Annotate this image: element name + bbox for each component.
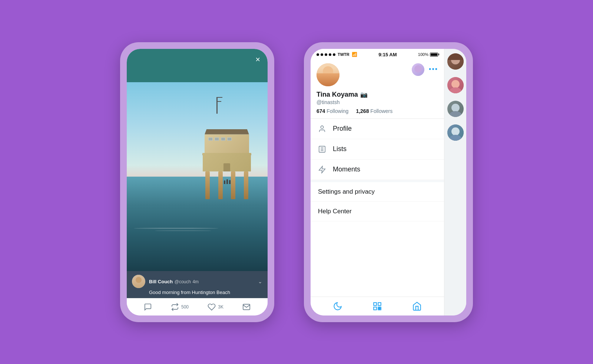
signal-dot-2 bbox=[321, 53, 323, 56]
like-button[interactable]: 3K bbox=[208, 303, 223, 311]
heart-icon bbox=[208, 303, 216, 311]
followers-stat[interactable]: 1,268 Followers bbox=[356, 108, 392, 114]
svg-rect-12 bbox=[380, 308, 381, 310]
svg-marker-5 bbox=[319, 166, 325, 173]
more-options-button[interactable]: ••• bbox=[429, 66, 438, 73]
sidebar-avatar-2[interactable] bbox=[447, 77, 464, 93]
signal-dot-1 bbox=[317, 53, 319, 56]
profile-icon bbox=[318, 125, 326, 133]
status-time: 9:15 AM bbox=[378, 52, 397, 57]
tweet-tab-bar: 500 3K bbox=[127, 298, 268, 315]
sidebar-avatar-3[interactable] bbox=[447, 101, 464, 117]
tweet-author-info: Bill Couch @couch 4m bbox=[149, 278, 199, 285]
svg-rect-8 bbox=[374, 307, 377, 310]
profile-top-row: ••• bbox=[317, 63, 438, 86]
camera-icon: 📷 bbox=[360, 91, 368, 98]
following-label: Following bbox=[327, 108, 348, 114]
right-main-panel: TWTR 📶 9:15 AM 100% bbox=[311, 49, 444, 315]
sidebar-avatar-4[interactable] bbox=[447, 124, 464, 141]
pier-leg bbox=[244, 171, 248, 199]
close-button[interactable]: × bbox=[255, 56, 260, 64]
menu-item-moments[interactable]: Moments bbox=[311, 160, 444, 180]
moments-icon bbox=[318, 166, 326, 174]
windows-row bbox=[205, 134, 249, 144]
building-upper bbox=[205, 134, 249, 153]
tweet-author-left: Bill Couch @couch 4m bbox=[132, 275, 199, 288]
menu-item-help[interactable]: Help Center bbox=[311, 202, 444, 221]
followers-label: Followers bbox=[370, 108, 392, 114]
person bbox=[226, 179, 228, 184]
tweet-author-row: Bill Couch @couch 4m ⌄ bbox=[132, 275, 262, 288]
share-button[interactable] bbox=[242, 303, 251, 311]
carrier-label: TWTR bbox=[338, 52, 349, 57]
left-phone-screen: × bbox=[127, 49, 268, 315]
avatar-face-1 bbox=[447, 53, 464, 70]
building-door bbox=[223, 163, 230, 171]
people-silhouette bbox=[224, 179, 231, 184]
antenna-crossbar2 bbox=[217, 101, 221, 102]
left-phone-frame: × bbox=[120, 42, 274, 322]
svg-rect-10 bbox=[380, 307, 381, 308]
following-count: 674 bbox=[317, 108, 325, 114]
tweet-author-name: Bill Couch bbox=[149, 279, 173, 284]
wave bbox=[134, 228, 218, 229]
profile-avatar-face bbox=[317, 63, 339, 86]
right-phone-frame: TWTR 📶 9:15 AM 100% bbox=[304, 42, 473, 322]
profile-name-row: Tina Koyama 📷 bbox=[317, 91, 438, 98]
svg-rect-6 bbox=[374, 303, 377, 305]
pier-leg bbox=[205, 171, 210, 199]
battery-percent: 100% bbox=[418, 52, 428, 57]
right-phone-screen: TWTR 📶 9:15 AM 100% bbox=[311, 49, 466, 315]
tweet-time: 4m bbox=[192, 279, 199, 284]
window bbox=[208, 137, 213, 141]
signal-dot-4 bbox=[329, 53, 331, 56]
profile-handle: @tinastsh bbox=[317, 99, 438, 105]
person-icon-svg bbox=[318, 125, 326, 133]
svg-rect-11 bbox=[378, 308, 379, 310]
battery-icon bbox=[430, 53, 438, 57]
tweet-chevron-icon[interactable]: ⌄ bbox=[258, 278, 262, 284]
qr-code-button[interactable] bbox=[372, 301, 382, 311]
sidebar-avatar-1[interactable] bbox=[447, 53, 464, 70]
signal-dot-3 bbox=[325, 53, 327, 56]
signal-dot-5 bbox=[333, 53, 335, 56]
profile-avatar-large[interactable] bbox=[317, 63, 339, 86]
window bbox=[221, 137, 225, 141]
pier-scene bbox=[127, 82, 268, 271]
menu-item-lists[interactable]: Lists bbox=[311, 139, 444, 160]
retweet-count: 500 bbox=[181, 304, 189, 310]
lists-icon bbox=[318, 145, 326, 153]
following-stat[interactable]: 674 Following bbox=[317, 108, 348, 114]
comment-icon bbox=[144, 303, 152, 311]
profile-header: ••• Tina Koyama 📷 @tinastsh 674 Followin… bbox=[311, 59, 444, 118]
retweet-button[interactable]: 500 bbox=[171, 303, 189, 311]
home-button[interactable] bbox=[412, 301, 422, 311]
followers-count: 1,268 bbox=[356, 108, 369, 114]
mail-icon bbox=[242, 303, 251, 311]
antenna-pole bbox=[216, 97, 218, 114]
lists-icon-svg bbox=[318, 145, 326, 153]
profile-stats: 674 Following 1,268 Followers bbox=[317, 108, 438, 114]
antenna-crossbar bbox=[216, 97, 222, 98]
person bbox=[224, 180, 225, 184]
account-switcher-sidebar bbox=[444, 49, 466, 315]
profile-small-avatar[interactable] bbox=[412, 63, 424, 76]
home-icon-svg bbox=[412, 301, 422, 311]
window bbox=[227, 137, 232, 141]
like-count: 3K bbox=[218, 304, 223, 310]
svg-rect-9 bbox=[378, 307, 379, 308]
tweet-author-handle: @couch bbox=[175, 279, 191, 284]
comment-button[interactable] bbox=[144, 303, 152, 311]
pier-legs bbox=[201, 171, 253, 199]
night-mode-button[interactable] bbox=[333, 301, 342, 311]
profile-right-icons: ••• bbox=[412, 63, 438, 76]
menu-item-profile[interactable]: Profile bbox=[311, 119, 444, 139]
battery-fill bbox=[431, 53, 437, 56]
building-structure bbox=[201, 129, 253, 199]
tweet-text: Good morning from Huntington Beach bbox=[149, 290, 262, 295]
menu-item-settings[interactable]: Settings and privacy bbox=[311, 182, 444, 202]
building-middle bbox=[203, 153, 251, 171]
tweet-header: × bbox=[127, 49, 268, 82]
status-left: TWTR 📶 bbox=[317, 52, 357, 57]
bottom-nav-bar bbox=[311, 297, 444, 315]
